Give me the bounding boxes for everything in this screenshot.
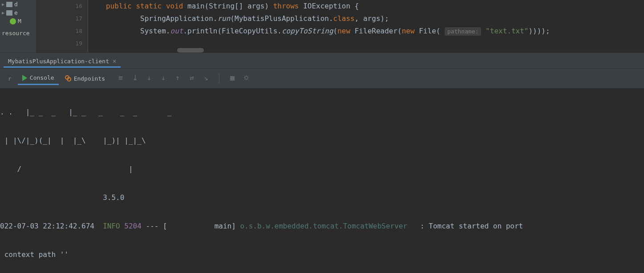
- tab-endpoints[interactable]: Endpoints: [61, 73, 109, 85]
- code-editor[interactable]: public static void main(String[] args) t…: [88, 0, 644, 53]
- sort-icon[interactable]: ↘: [202, 73, 210, 81]
- console-line: / |: [0, 162, 644, 176]
- soft-wrap-icon[interactable]: ≡: [117, 73, 125, 81]
- run-toolbar: r Console Endpoints ≡ ⤓ ↓ ↓ ↑ ⇄ ↘ ▦ ⛭: [0, 69, 644, 88]
- settings-icon[interactable]: ⛭: [243, 73, 251, 81]
- upload-icon[interactable]: ↑: [174, 73, 182, 81]
- folder-icon: [6, 10, 12, 16]
- tab-label: Endpoints: [74, 75, 105, 82]
- console-line: 022-07-03 22:12:42.674 INFO 5204 --- [ m…: [0, 219, 644, 233]
- console-icon: [22, 75, 27, 81]
- console-output[interactable]: . . |_ _ _ |_ _ _ _ _ _ | |\/|_)(_| | |_…: [0, 88, 644, 273]
- editor-gutter: 16 17 18 19: [36, 0, 88, 53]
- line-number: 18: [36, 25, 88, 37]
- spring-icon: [10, 18, 16, 24]
- horizontal-scrollbar[interactable]: [177, 48, 204, 53]
- console-line: | |\/|_)(_| | |_\ |_)| |_|_\: [0, 134, 644, 148]
- download-icon[interactable]: ↓: [145, 73, 153, 81]
- endpoints-icon: [65, 75, 71, 81]
- line-number: 16: [36, 0, 88, 12]
- tree-label: d: [14, 1, 18, 8]
- folder-icon: [6, 2, 12, 7]
- console-line: 3.5.0: [0, 191, 644, 205]
- code-line: SpringApplication.run(MybatisPlusApplica…: [106, 12, 639, 25]
- shuffle-icon[interactable]: ⇄: [188, 73, 196, 81]
- run-tab-active[interactable]: MybatisPlusApplication-client ×: [4, 56, 121, 68]
- tree-item[interactable]: ▶ e: [0, 8, 36, 17]
- tree-item[interactable]: M: [0, 17, 36, 25]
- download-icon[interactable]: ↓: [159, 73, 167, 81]
- expand-arrow-icon[interactable]: ▶: [2, 10, 4, 15]
- project-tree[interactable]: ▶ d ▶ e M resource: [0, 0, 36, 53]
- line-number: 17: [36, 12, 88, 25]
- close-icon[interactable]: ×: [113, 57, 116, 65]
- param-hint: pathname:: [445, 27, 481, 36]
- console-line: . . |_ _ _ |_ _ _ _ _ _: [0, 105, 644, 119]
- tree-item[interactable]: ▶ d: [0, 0, 36, 8]
- tab-partial[interactable]: r: [4, 73, 16, 85]
- divider: [219, 73, 219, 83]
- code-line: System.out.println(FileCopyUtils.copyToS…: [106, 25, 639, 38]
- tab-console[interactable]: Console: [18, 72, 59, 85]
- run-config-tabs: MybatisPlusApplication-client ×: [0, 53, 644, 69]
- tree-label: resource: [2, 30, 30, 37]
- console-line: context path '': [0, 248, 644, 262]
- code-line: public static void main(String[] args) t…: [106, 0, 639, 12]
- line-number: 19: [36, 37, 88, 50]
- tree-item-resources[interactable]: resource: [0, 29, 36, 37]
- tree-label: e: [14, 9, 18, 16]
- grid-icon[interactable]: ▦: [228, 73, 236, 81]
- tab-label: Console: [30, 74, 54, 81]
- expand-arrow-icon[interactable]: ▶: [2, 2, 4, 7]
- scroll-end-icon[interactable]: ⤓: [131, 73, 139, 81]
- tree-label: M: [18, 18, 21, 24]
- run-tab-label: MybatisPlusApplication-client: [8, 58, 109, 65]
